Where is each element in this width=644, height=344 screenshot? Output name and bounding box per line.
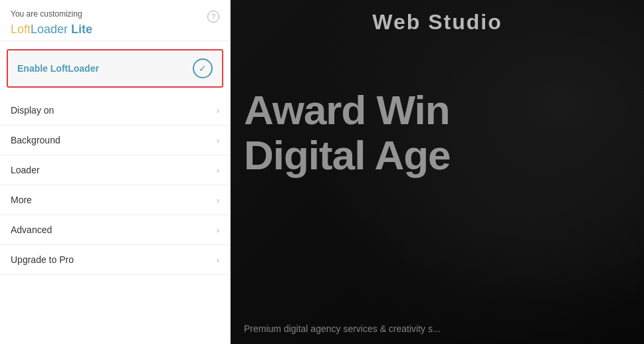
chevron-right-icon: › <box>217 195 219 205</box>
menu-item-loader-label: Loader <box>11 165 40 175</box>
app-title-lite: Lite <box>68 23 92 36</box>
enable-loftloader-label: Enable LoftLoader <box>17 63 99 74</box>
main-content: Web Studio Award Win Digital Age Premium… <box>231 0 644 344</box>
app-title-loader: Loader <box>31 23 68 36</box>
menu-item-loader[interactable]: Loader › <box>0 155 230 185</box>
award-line2: Digital Age <box>244 133 631 178</box>
menu-item-display-on[interactable]: Display on › <box>0 96 230 126</box>
main-text-container: Web Studio Award Win Digital Age Premium… <box>231 0 644 344</box>
enable-loftloader-section[interactable]: Enable LoftLoader ✓ <box>7 49 223 88</box>
sidebar: You are customizing ? LoftLoader Lite En… <box>0 0 231 344</box>
web-studio-heading: Web Studio <box>244 10 631 35</box>
chevron-right-icon: › <box>217 135 219 145</box>
menu-item-advanced-label: Advanced <box>11 224 52 235</box>
enable-checkbox[interactable]: ✓ <box>193 58 213 78</box>
menu-item-background[interactable]: Background › <box>0 126 230 155</box>
chevron-right-icon: › <box>217 106 219 116</box>
menu-item-upgrade[interactable]: Upgrade to Pro › <box>0 245 230 275</box>
menu-item-display-on-label: Display on <box>11 105 54 116</box>
chevron-right-icon: › <box>217 225 219 235</box>
award-line1: Award Win <box>244 88 631 133</box>
menu-item-advanced[interactable]: Advanced › <box>0 215 230 245</box>
chevron-right-icon: › <box>217 165 219 175</box>
menu-item-background-label: Background <box>11 135 60 145</box>
bottom-tagline: Premium digital agency services & creati… <box>244 323 631 334</box>
customizing-label: You are customizing <box>11 9 82 19</box>
menu-item-upgrade-label: Upgrade to Pro <box>11 254 74 265</box>
help-icon[interactable]: ? <box>207 11 219 23</box>
chevron-right-icon: › <box>217 255 219 265</box>
app-title-loft: Loft <box>11 23 31 36</box>
sidebar-header: You are customizing ? LoftLoader Lite <box>0 0 230 41</box>
award-heading: Award Win Digital Age <box>244 88 631 178</box>
menu-item-more[interactable]: More › <box>0 185 230 215</box>
app-title: LoftLoader Lite <box>11 23 219 37</box>
menu-item-more-label: More <box>11 195 32 205</box>
